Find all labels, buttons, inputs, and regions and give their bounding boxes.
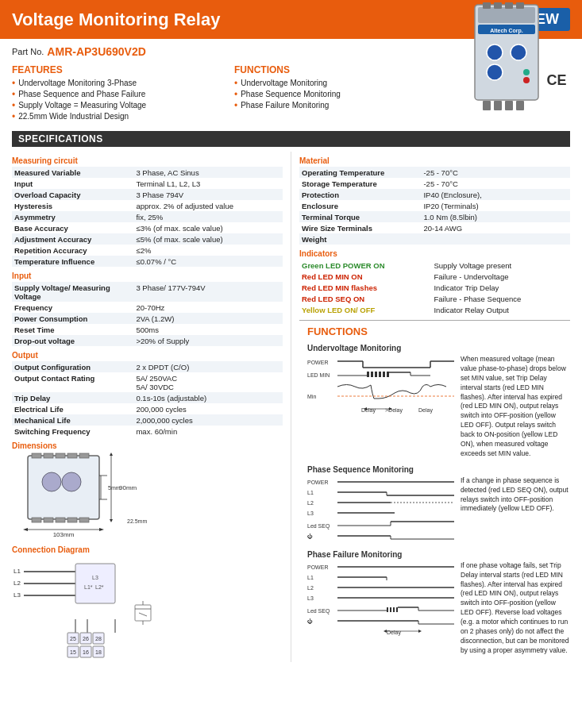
spec-label: Repetition Accuracy	[12, 245, 133, 256]
connection-diagram: L1 L2 L3 L3 L1* L2*	[12, 557, 283, 662]
indicator-row: Red LED MIN ONFailure - Undervoltage	[299, 271, 570, 282]
svg-line-76	[139, 613, 147, 616]
undervoltage-chart-title: Undervoltage Monitoring	[307, 344, 570, 352]
svg-marker-42	[110, 519, 113, 522]
output-title: Output	[12, 351, 283, 360]
svg-rect-135	[387, 607, 388, 612]
material-title: Material	[299, 156, 570, 165]
spec-value: IP40 (Enclosure),	[421, 189, 570, 200]
spec-label: Terminal Torque	[299, 211, 421, 222]
undervoltage-section: Undervoltage Monitoring POWER LED MIN Mi…	[307, 344, 570, 459]
svg-text:L3: L3	[307, 595, 314, 601]
page: Voltage Monitoring Relay NEW Altech Corp…	[0, 0, 582, 662]
svg-rect-4	[505, 2, 513, 9]
indicator-table: Green LED POWER ONSupply Voltage present…	[299, 260, 570, 315]
spec-row: Operating Temperature-25 - 70°C	[299, 167, 570, 178]
indicator-label: Red LED MIN ON	[299, 271, 431, 282]
spec-row: Frequency20-70Hz	[12, 302, 283, 313]
svg-text:⏻: ⏻	[307, 533, 313, 539]
spec-value: approx. 2% of adjusted value	[133, 200, 283, 211]
product-image: Altech Corp.	[467, 1, 570, 116]
spec-label: Switching Frequency	[12, 426, 133, 437]
phase-sequence-chart-container: POWER L1 L2 L3 Led SEQ ⏻	[307, 476, 570, 544]
undervoltage-desc: When measured voltage (mean value phase-…	[461, 355, 570, 459]
svg-rect-27	[67, 453, 77, 458]
svg-rect-55	[75, 564, 115, 603]
svg-rect-13	[483, 101, 491, 110]
spec-row: Adjustment Accuracy≤5% (of max. scale va…	[12, 233, 283, 245]
indicator-row: Red LED SEQ ONFailure - Phase Sequence	[299, 293, 570, 304]
svg-text:POWER: POWER	[307, 564, 328, 570]
spec-row: Mechanical Life2,000,000 cycles	[12, 414, 283, 426]
svg-marker-41	[110, 453, 113, 456]
spec-label: Output Contact Rating	[12, 372, 133, 392]
spec-label: Drop-out voltage	[12, 335, 133, 346]
svg-rect-28	[79, 453, 89, 458]
svg-text:18: 18	[95, 649, 102, 655]
spec-value: 2 x DPDT (C/O)	[133, 361, 283, 372]
spec-label: Frequency	[12, 302, 133, 313]
indicator-label: Red LED SEQ ON	[299, 293, 431, 304]
indicator-row: Green LED POWER ONSupply Voltage present	[299, 260, 570, 271]
indicator-desc: Indicator Relay Output	[431, 304, 570, 315]
spec-label: Hysteresis	[12, 200, 133, 211]
spec-value: -25 - 70°C	[421, 178, 570, 189]
svg-point-11	[523, 69, 530, 75]
svg-text:L2*: L2*	[95, 584, 104, 590]
spec-row: EnclosureIP20 (Terminals)	[299, 200, 570, 211]
spec-row: Output Contact Rating5A/ 250VAC5A/ 30VDC	[12, 372, 283, 392]
svg-text:L3: L3	[307, 510, 314, 516]
svg-text:15: 15	[70, 649, 76, 655]
spec-row: Trip Delay0.1s-10s (adjustable)	[12, 392, 283, 403]
svg-text:L1: L1	[307, 575, 314, 580]
svg-rect-16	[516, 101, 524, 110]
phase-sequence-chart: POWER L1 L2 L3 Led SEQ ⏻	[307, 476, 454, 544]
svg-rect-136	[390, 607, 391, 612]
svg-text:90mm: 90mm	[119, 484, 137, 491]
svg-rect-5	[516, 2, 524, 9]
main-content: Part No. AMR-AP3U690V2D FEATURES Undervo…	[0, 39, 582, 662]
spec-row: Overload Capacity3 Phase 794V	[12, 189, 283, 200]
indicator-desc: Failure - Undervoltage	[431, 271, 570, 282]
spec-value: 1.0 Nm (8.5lbin)	[421, 211, 570, 222]
material-table: Operating Temperature-25 - 70°CStorage T…	[299, 167, 570, 245]
svg-text:Min: Min	[307, 394, 316, 399]
svg-text:L1*: L1*	[84, 584, 93, 590]
svg-text:28: 28	[95, 636, 102, 641]
features-title: FEATURES	[12, 64, 210, 75]
spec-row: Electrical Life200,000 cycles	[12, 403, 283, 414]
svg-rect-3	[494, 2, 502, 9]
feature-item: Supply Voltage = Measuring Voltage	[12, 101, 210, 110]
svg-text:L3: L3	[13, 591, 21, 599]
svg-marker-38	[99, 528, 104, 531]
svg-text:>Delay: >Delay	[385, 407, 403, 414]
spec-row: Base Accuracy≤3% (of max. scale value)	[12, 222, 283, 233]
spec-label: Reset Time	[12, 324, 133, 335]
svg-rect-137	[393, 607, 395, 612]
indicators-title: Indicators	[299, 249, 570, 258]
indicator-desc: Indicator Trip Delay	[431, 282, 570, 293]
svg-text:16: 16	[83, 649, 89, 655]
svg-marker-148	[418, 630, 422, 633]
svg-point-8	[487, 44, 503, 60]
svg-rect-24	[32, 453, 41, 458]
spec-value: 3 Phase 794V	[133, 189, 283, 200]
svg-rect-74	[135, 605, 151, 621]
svg-text:L2: L2	[13, 580, 21, 587]
phase-sequence-section: Phase Sequence Monitoring POWER L1 L2 L3…	[307, 465, 570, 544]
svg-point-34	[42, 472, 61, 491]
svg-text:Delay: Delay	[418, 407, 433, 414]
spec-label: Protection	[299, 189, 421, 200]
spec-row: Asymmetryfix, 25%	[12, 211, 283, 222]
part-number: AMR-AP3U690V2D	[47, 45, 145, 58]
spec-label: Trip Delay	[12, 392, 133, 403]
svg-text:26: 26	[83, 636, 89, 641]
spec-label: Wire Size Terminals	[299, 222, 421, 233]
functions-header-section: FUNCTIONS Undervoltage Monitoring Phase …	[234, 64, 483, 123]
spec-label: Storage Temperature	[299, 178, 421, 189]
svg-rect-138	[396, 607, 398, 612]
input-table: Supply Voltage/ Measuring Voltage3 Phase…	[12, 282, 283, 346]
indicator-row: Red LED MIN flashesIndicator Trip Delay	[299, 282, 570, 293]
spec-label: Asymmetry	[12, 211, 133, 222]
spec-label: Electrical Life	[12, 403, 133, 414]
